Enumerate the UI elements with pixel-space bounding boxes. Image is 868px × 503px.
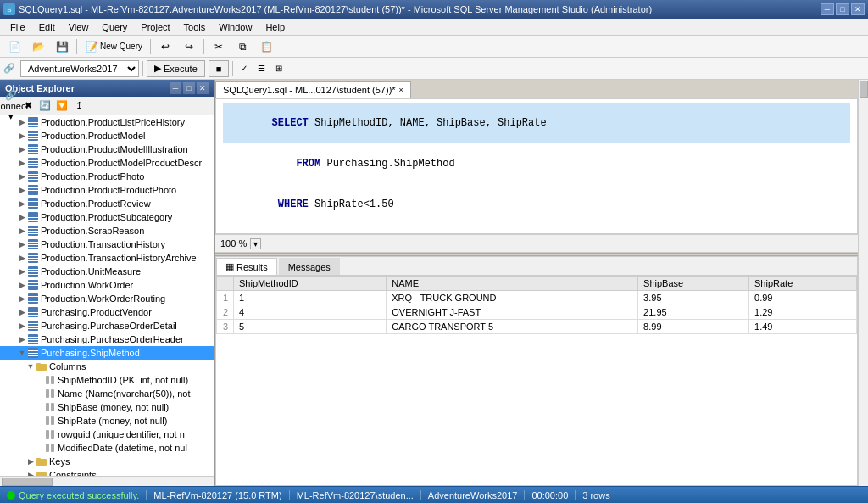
tree-expand-icon[interactable] <box>34 414 44 428</box>
tree-expand-icon[interactable]: ▶ <box>17 210 27 224</box>
tree-item[interactable]: ModifiedDate (datetime, not nul <box>0 441 214 455</box>
oe-maximize-btn[interactable]: □ <box>183 82 195 94</box>
tree-item[interactable]: ▶Purchasing.PurchaseOrderHeader <box>0 333 214 346</box>
tree-expand-icon[interactable]: ▶ <box>17 278 27 292</box>
tree-item[interactable]: ▶Production.ProductModelProductDescr <box>0 156 214 170</box>
undo-btn[interactable]: ↩ <box>154 37 176 56</box>
window-controls[interactable]: ─ □ ✕ <box>821 3 865 15</box>
tree-expand-icon[interactable]: ▶ <box>25 468 36 476</box>
tree-expand-icon[interactable] <box>34 373 44 387</box>
oe-filter-btn[interactable]: 🔽 <box>54 98 70 114</box>
tree-expand-icon[interactable]: ▶ <box>17 170 27 183</box>
grid-btn[interactable]: ⊞ <box>271 59 287 78</box>
tree-expand-icon[interactable]: ▶ <box>17 251 27 265</box>
tree-item[interactable]: ▶Keys <box>0 455 214 468</box>
results-table-container[interactable]: ShipMethodID NAME ShipBase ShipRate 11XR… <box>216 276 857 485</box>
display-mode-btn[interactable]: ☰ <box>253 59 270 78</box>
tab-close-btn[interactable]: × <box>399 86 403 94</box>
tree-item[interactable]: ▶Production.WorkOrder <box>0 278 214 292</box>
oe-close-btn[interactable]: ✕ <box>197 82 209 94</box>
tree-expand-icon[interactable]: ▶ <box>17 238 27 251</box>
tree-item[interactable]: ▶Purchasing.PurchaseOrderDetail <box>0 319 214 333</box>
tree-item[interactable]: ▶Production.ProductPhoto <box>0 170 214 183</box>
new-file-btn[interactable]: 📄 <box>3 37 25 56</box>
execute-button[interactable]: ▶ Execute <box>147 60 205 77</box>
maximize-button[interactable]: □ <box>836 3 849 15</box>
tree-expand-icon[interactable]: ▶ <box>17 319 27 333</box>
editor-scrollbar[interactable] <box>858 80 868 486</box>
tree-item[interactable]: ▶Production.ProductModelIllustration <box>0 143 214 156</box>
tree-expand-icon[interactable] <box>34 441 44 455</box>
tree-item[interactable]: ▶Production.TransactionHistory <box>0 238 214 251</box>
tree-expand-icon[interactable]: ▶ <box>17 292 27 305</box>
tree-item[interactable]: ▶Production.ProductSubcategory <box>0 210 214 224</box>
tree-item[interactable]: ▶Production.ProductProductPhoto <box>0 183 214 197</box>
messages-tab[interactable]: Messages <box>279 258 340 275</box>
zoom-dropdown-btn[interactable]: ▾ <box>250 238 261 249</box>
tree-expand-icon[interactable] <box>34 400 44 414</box>
menu-edit[interactable]: Edit <box>32 20 62 34</box>
scrollbar-thumb[interactable] <box>860 81 868 98</box>
table-row[interactable]: 35CARGO TRANSPORT 58.991.49 <box>217 320 857 334</box>
menu-window[interactable]: Window <box>212 20 259 34</box>
tree-expand-icon[interactable]: ▼ <box>17 346 27 360</box>
oe-refresh-btn[interactable]: 🔄 <box>37 98 53 114</box>
menu-help[interactable]: Help <box>259 20 292 34</box>
cut-btn[interactable]: ✂ <box>208 37 230 56</box>
parse-btn[interactable]: ✓ <box>236 59 252 78</box>
save-btn[interactable]: 💾 <box>51 37 73 56</box>
oe-scroll-thumb[interactable] <box>2 478 53 486</box>
tree-expand-icon[interactable]: ▶ <box>17 265 27 278</box>
tree-expand-icon[interactable]: ▶ <box>17 224 27 238</box>
results-tab[interactable]: ▦ Results <box>216 258 277 275</box>
minimize-button[interactable]: ─ <box>821 3 834 15</box>
code-editor[interactable]: SELECT ShipMethodID, NAME, ShipBase, Shi… <box>215 98 858 234</box>
menu-project[interactable]: Project <box>134 20 176 34</box>
tree-expand-icon[interactable]: ▶ <box>17 305 27 319</box>
table-row[interactable]: 11XRQ - TRUCK GROUND3.950.99 <box>217 291 857 305</box>
oe-horizontal-scrollbar[interactable] <box>0 476 214 486</box>
tree-expand-icon[interactable]: ▼ <box>25 360 36 373</box>
menu-file[interactable]: File <box>3 20 32 34</box>
query-tab[interactable]: SQLQuery1.sql - ML...0127\student (57))*… <box>215 81 411 98</box>
menu-tools[interactable]: Tools <box>177 20 213 34</box>
tree-item[interactable]: ShipRate (money, not null) <box>0 414 214 428</box>
oe-tree[interactable]: ▶Production.ProductListPriceHistory▶Prod… <box>0 115 214 476</box>
tree-expand-icon[interactable] <box>34 387 44 400</box>
tree-item[interactable]: ▶Production.ProductReview <box>0 197 214 210</box>
tree-expand-icon[interactable]: ▶ <box>17 183 27 197</box>
tree-item[interactable]: ▶Purchasing.ProductVendor <box>0 305 214 319</box>
tree-expand-icon[interactable]: ▶ <box>17 143 27 156</box>
tree-item[interactable]: ▶Production.WorkOrderRouting <box>0 292 214 305</box>
tree-item[interactable]: ▶Constraints <box>0 468 214 476</box>
tree-expand-icon[interactable]: ▶ <box>17 333 27 346</box>
tree-item[interactable]: ShipBase (money, not null) <box>0 400 214 414</box>
oe-disconnect-btn[interactable]: ✖ <box>20 98 36 114</box>
table-row[interactable]: 24OVERNIGHT J-FAST21.951.29 <box>217 305 857 320</box>
database-selector[interactable]: AdventureWorks2017 <box>20 60 139 77</box>
redo-btn[interactable]: ↪ <box>178 37 200 56</box>
oe-collapse-btn[interactable]: ↥ <box>71 98 86 114</box>
tree-expand-icon[interactable] <box>34 428 44 441</box>
open-btn[interactable]: 📂 <box>27 37 49 56</box>
tree-item[interactable]: ▶Production.ProductModel <box>0 129 214 143</box>
copy-btn[interactable]: ⧉ <box>231 37 253 56</box>
close-button[interactable]: ✕ <box>851 3 865 15</box>
tree-item[interactable]: ShipMethodID (PK, int, not null) <box>0 373 214 387</box>
tree-item[interactable]: ▼Columns <box>0 360 214 373</box>
paste-btn[interactable]: 📋 <box>255 37 277 56</box>
stop-button[interactable]: ■ <box>209 60 230 77</box>
oe-connect-btn[interactable]: 🔗 Connect ▾ <box>3 98 19 114</box>
tree-item[interactable]: ▶Production.UnitMeasure <box>0 265 214 278</box>
tree-item[interactable]: ▶Production.TransactionHistoryArchive <box>0 251 214 265</box>
tree-item[interactable]: ▼Purchasing.ShipMethod <box>0 346 214 360</box>
tree-expand-icon[interactable]: ▶ <box>17 156 27 170</box>
oe-minimize-btn[interactable]: ─ <box>170 82 181 94</box>
menu-view[interactable]: View <box>62 20 96 34</box>
tree-item[interactable]: Name (Name(nvarchar(50)), not <box>0 387 214 400</box>
tree-item[interactable]: ▶Production.ScrapReason <box>0 224 214 238</box>
tree-item[interactable]: rowguid (uniqueidentifier, not n <box>0 428 214 441</box>
tree-item[interactable]: ▶Production.ProductListPriceHistory <box>0 115 214 129</box>
menu-query[interactable]: Query <box>95 20 134 34</box>
tree-expand-icon[interactable]: ▶ <box>17 197 27 210</box>
